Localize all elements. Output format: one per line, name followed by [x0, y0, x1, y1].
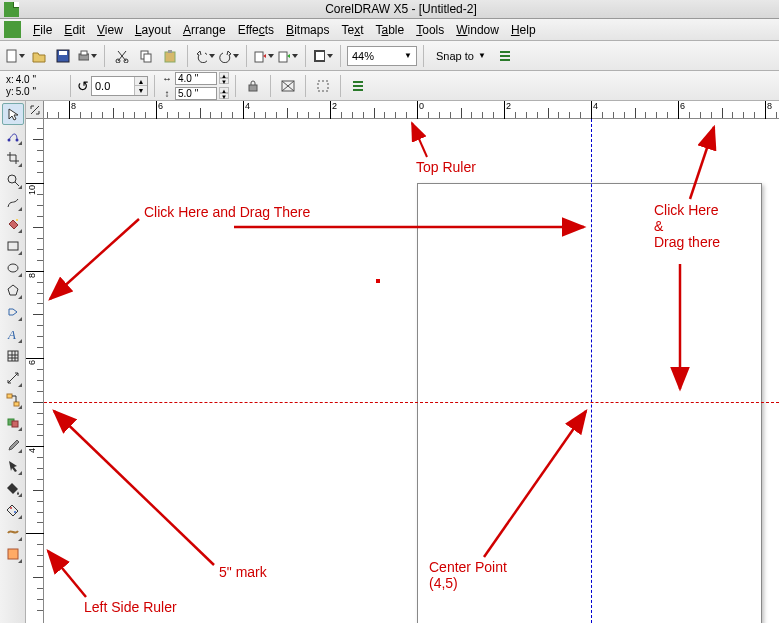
menu-arrange[interactable]: Arrange: [177, 20, 232, 40]
lock-button[interactable]: [242, 75, 264, 97]
options-button[interactable]: [494, 45, 516, 67]
menu-effects[interactable]: Effects: [232, 20, 280, 40]
drawing-page: [417, 183, 762, 623]
window-title: CorelDRAW X5 - [Untitled-2]: [23, 2, 779, 16]
svg-rect-12: [279, 52, 287, 62]
eyedropper-tool[interactable]: [2, 433, 24, 455]
height-icon: ↕: [161, 88, 173, 99]
menubar: File Edit View Layout Arrange Effects Bi…: [0, 19, 779, 41]
width-input[interactable]: [175, 72, 217, 85]
toolbox: A: [0, 101, 26, 623]
new-button[interactable]: [4, 45, 26, 67]
svg-rect-9: [165, 52, 175, 62]
svg-rect-2: [59, 51, 67, 55]
height-input[interactable]: [175, 87, 217, 100]
redo-button[interactable]: [218, 45, 240, 67]
svg-rect-14: [316, 52, 324, 60]
svg-rect-32: [8, 549, 18, 559]
menu-text[interactable]: Text: [335, 20, 369, 40]
menu-help[interactable]: Help: [505, 20, 542, 40]
text-tool[interactable]: A: [2, 323, 24, 345]
print-button[interactable]: [76, 45, 98, 67]
svg-rect-17: [318, 81, 328, 91]
open-button[interactable]: [28, 45, 50, 67]
snap-to-combo[interactable]: Snap to ▼: [430, 46, 492, 66]
export-button[interactable]: [277, 45, 299, 67]
workspace[interactable]: Top Ruler Click Here and Drag There Clic…: [44, 119, 779, 623]
size-inputs[interactable]: ↔▲▼ ↕▲▼: [161, 71, 229, 100]
canvas-area[interactable]: 864202468 10864 Top Ruler Click Here and…: [26, 101, 779, 623]
main-area: A 864202468 10864 Top Ruler Click Here a…: [0, 101, 779, 623]
menu-view[interactable]: View: [91, 20, 129, 40]
treat-as-filled-button[interactable]: [277, 75, 299, 97]
zoom-tool[interactable]: [2, 169, 24, 191]
svg-point-31: [14, 511, 16, 513]
interactive-fill-tool[interactable]: [2, 499, 24, 521]
zoom-level-combo[interactable]: 44%▼: [347, 46, 417, 66]
save-button[interactable]: [52, 45, 74, 67]
outline-tool[interactable]: [2, 455, 24, 477]
pick-tool[interactable]: [2, 103, 24, 125]
menu-edit[interactable]: Edit: [58, 20, 91, 40]
svg-rect-15: [249, 85, 257, 91]
svg-rect-26: [7, 394, 12, 398]
width-icon: ↔: [161, 73, 173, 84]
menu-window[interactable]: Window: [450, 20, 505, 40]
rectangle-tool[interactable]: [2, 235, 24, 257]
polygon-tool[interactable]: [2, 279, 24, 301]
import-button[interactable]: [253, 45, 275, 67]
menu-bitmaps[interactable]: Bitmaps: [280, 20, 335, 40]
menu-file[interactable]: File: [27, 20, 58, 40]
freehand-tool[interactable]: [2, 191, 24, 213]
options-button-2[interactable]: [347, 75, 369, 97]
annot-click-drag-1: Click Here and Drag There: [144, 204, 310, 220]
bounding-box-button[interactable]: [312, 75, 334, 97]
interactive-tool[interactable]: [2, 411, 24, 433]
svg-point-30: [10, 507, 12, 509]
crop-tool[interactable]: [2, 147, 24, 169]
svg-line-33: [412, 123, 427, 157]
annot-top-ruler: Top Ruler: [416, 159, 476, 175]
mesh-fill-tool[interactable]: [2, 543, 24, 565]
svg-rect-4: [81, 51, 87, 55]
undo-button[interactable]: [194, 45, 216, 67]
document-icon: [4, 2, 19, 17]
basic-shapes-tool[interactable]: [2, 301, 24, 323]
app-launcher-button[interactable]: [312, 45, 334, 67]
rotation-icon: ↺: [77, 78, 89, 94]
fill-tool[interactable]: [2, 477, 24, 499]
cut-button[interactable]: [111, 45, 133, 67]
titlebar: CorelDRAW X5 - [Untitled-2]: [0, 0, 779, 19]
svg-point-18: [7, 139, 10, 142]
smart-drawing-tool[interactable]: [2, 521, 24, 543]
ruler-origin-toggle[interactable]: [26, 101, 44, 119]
dimension-tool[interactable]: [2, 367, 24, 389]
horizontal-ruler[interactable]: 864202468: [44, 101, 779, 119]
shape-tool[interactable]: [2, 125, 24, 147]
vertical-guide[interactable]: [591, 119, 592, 623]
svg-line-38: [54, 411, 214, 565]
vertical-ruler[interactable]: 10864: [26, 119, 44, 623]
svg-line-39: [48, 551, 86, 597]
copy-button[interactable]: [135, 45, 157, 67]
annot-left-ruler: Left Side Ruler: [84, 599, 177, 615]
menu-layout[interactable]: Layout: [129, 20, 177, 40]
position-readout: x:4.0 " y:5.0 ": [4, 73, 64, 99]
connector-tool[interactable]: [2, 389, 24, 411]
svg-rect-25: [8, 351, 18, 361]
horizontal-guide[interactable]: [44, 402, 779, 403]
smart-fill-tool[interactable]: [2, 213, 24, 235]
app-icon[interactable]: [4, 21, 21, 38]
menu-tools[interactable]: Tools: [410, 20, 450, 40]
table-tool[interactable]: [2, 345, 24, 367]
paste-button[interactable]: [159, 45, 181, 67]
property-bar: x:4.0 " y:5.0 " ↺ ▲▼ ↔▲▼ ↕▲▼: [0, 71, 779, 101]
svg-rect-22: [8, 242, 18, 250]
center-marker: [376, 279, 380, 283]
svg-point-21: [16, 219, 18, 221]
menu-table[interactable]: Table: [370, 20, 411, 40]
svg-rect-10: [168, 50, 172, 53]
ellipse-tool[interactable]: [2, 257, 24, 279]
svg-point-23: [8, 264, 18, 272]
rotation-input[interactable]: ▲▼: [91, 76, 148, 96]
